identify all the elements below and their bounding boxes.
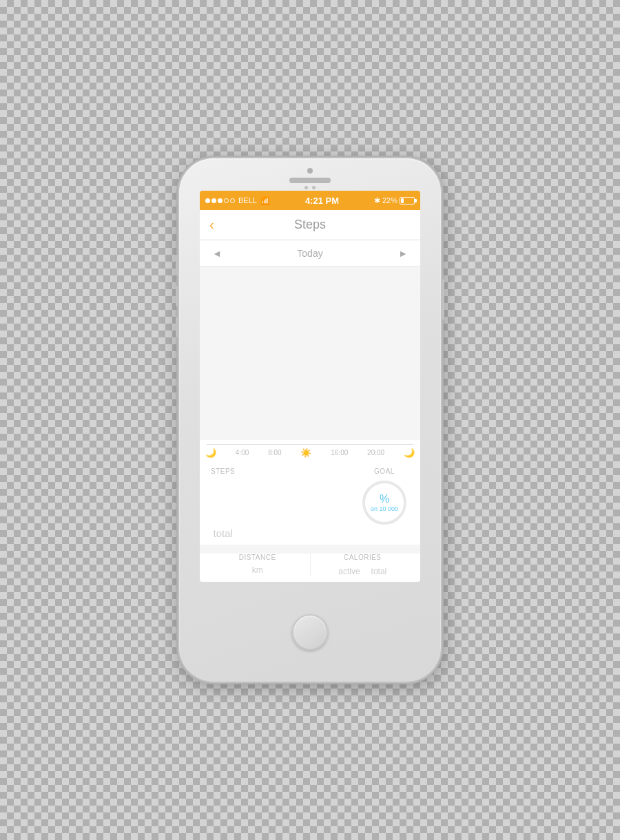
calories-block: CALORIES active total bbox=[311, 554, 415, 576]
bottom-stats: DISTANCE km CALORIES active total bbox=[200, 554, 420, 582]
wifi-icon: 📶 bbox=[260, 196, 270, 205]
steps-block: STEPS total bbox=[211, 468, 235, 539]
time-label-3: 16:00 bbox=[331, 449, 348, 456]
back-button[interactable]: ‹ bbox=[209, 217, 214, 233]
status-bar: BELL 📶 4:21 PM ✱ 22% bbox=[200, 191, 420, 210]
nav-bar: ‹ Steps bbox=[200, 210, 420, 240]
camera-dot bbox=[307, 168, 313, 174]
goal-percent: % bbox=[380, 493, 389, 505]
sun-icon: ☀️ bbox=[300, 448, 311, 458]
front-dots bbox=[304, 186, 316, 189]
goal-label: GOAL bbox=[374, 468, 395, 475]
moon-icon-right: 🌙 bbox=[404, 448, 415, 458]
goal-block: GOAL % on 10 000 bbox=[360, 468, 409, 530]
stats-section: STEPS total GOAL bbox=[200, 461, 420, 545]
carrier-label: BELL bbox=[238, 196, 257, 204]
status-time: 4:21 PM bbox=[305, 196, 339, 206]
time-label-4: 20:00 bbox=[367, 449, 384, 456]
total-label: total bbox=[371, 567, 387, 576]
signal-dot-1 bbox=[205, 198, 210, 203]
time-line bbox=[207, 444, 413, 445]
stats-row: STEPS total GOAL bbox=[211, 468, 409, 539]
goal-circle: % on 10 000 bbox=[360, 478, 409, 527]
front-dot-1 bbox=[304, 186, 308, 189]
bluetooth-icon: ✱ bbox=[374, 196, 380, 205]
divider-1 bbox=[200, 549, 420, 549]
status-left: BELL 📶 bbox=[205, 196, 270, 205]
battery-icon bbox=[400, 197, 415, 204]
home-button-area bbox=[292, 582, 328, 682]
battery-fill bbox=[401, 198, 404, 203]
battery-percent: 22% bbox=[382, 196, 397, 204]
battery-tip bbox=[415, 199, 417, 202]
prev-date-button[interactable]: ◄ bbox=[212, 248, 222, 259]
home-button[interactable] bbox=[292, 614, 328, 650]
date-label: Today bbox=[297, 248, 322, 259]
signal-dots bbox=[205, 198, 235, 203]
active-label: active bbox=[338, 567, 360, 576]
signal-dot-5 bbox=[230, 198, 235, 203]
steps-total-label: total bbox=[213, 527, 232, 539]
goal-circle-text: % on 10 000 bbox=[371, 493, 398, 512]
signal-dot-2 bbox=[211, 198, 216, 203]
distance-value: km bbox=[252, 565, 263, 575]
signal-dot-4 bbox=[224, 198, 229, 203]
moon-icon-left: 🌙 bbox=[205, 448, 216, 458]
status-right: ✱ 22% bbox=[374, 196, 415, 205]
distance-label: DISTANCE bbox=[239, 554, 276, 561]
next-date-button[interactable]: ► bbox=[398, 248, 408, 259]
time-labels: 🌙 4:00 8:00 ☀️ 16:00 20:00 🌙 bbox=[200, 448, 420, 458]
chart-empty bbox=[200, 266, 420, 440]
steps-label: STEPS bbox=[211, 468, 235, 475]
calories-label: CALORIES bbox=[344, 554, 382, 561]
goal-sub: on 10 000 bbox=[371, 505, 398, 512]
phone-top bbox=[179, 158, 441, 191]
page-title: Steps bbox=[294, 218, 326, 232]
front-dot-2 bbox=[312, 186, 316, 189]
date-nav: ◄ Today ► bbox=[200, 240, 420, 266]
chart-area bbox=[200, 266, 420, 440]
battery-body bbox=[400, 197, 415, 204]
speaker bbox=[289, 178, 331, 183]
signal-dot-3 bbox=[218, 198, 223, 203]
phone-device: BELL 📶 4:21 PM ✱ 22% ‹ Steps ◄ bbox=[179, 158, 441, 682]
time-axis: 🌙 4:00 8:00 ☀️ 16:00 20:00 🌙 bbox=[200, 440, 420, 461]
distance-block: DISTANCE km bbox=[205, 554, 310, 576]
time-label-2: 8:00 bbox=[268, 449, 281, 456]
time-label-1: 4:00 bbox=[236, 449, 249, 456]
phone-screen: BELL 📶 4:21 PM ✱ 22% ‹ Steps ◄ bbox=[200, 191, 420, 582]
